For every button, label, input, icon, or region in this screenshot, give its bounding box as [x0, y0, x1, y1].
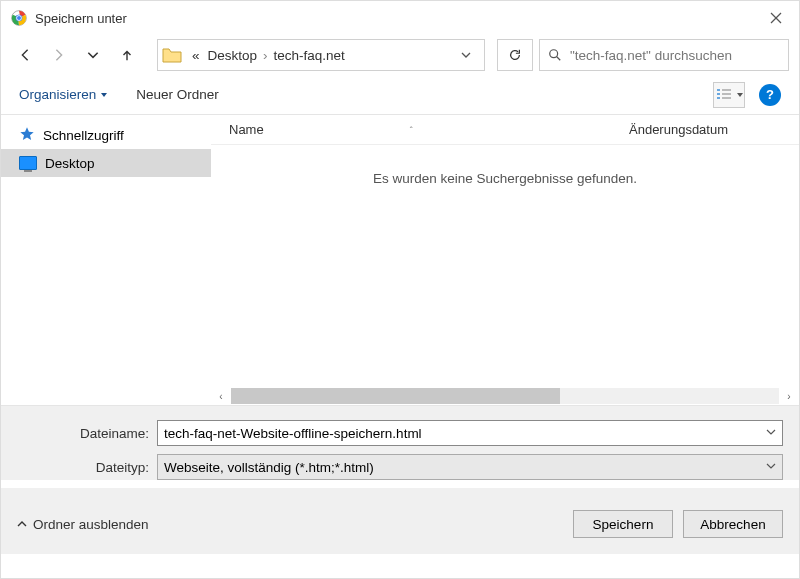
- hide-folders-button[interactable]: Ordner ausblenden: [17, 517, 149, 532]
- column-headers: Name ˆ Änderungsdatum: [211, 115, 799, 145]
- file-list-area: Name ˆ Änderungsdatum Es wurden keine Su…: [211, 115, 799, 405]
- svg-rect-10: [722, 89, 731, 91]
- filename-label: Dateiname:: [17, 426, 157, 441]
- scroll-thumb[interactable]: [231, 388, 560, 404]
- svg-point-7: [550, 50, 558, 58]
- chevron-down-icon: [100, 91, 108, 99]
- breadcrumb-folder[interactable]: tech-faq.net: [270, 48, 349, 63]
- scroll-track[interactable]: [231, 388, 779, 404]
- refresh-button[interactable]: [497, 39, 533, 71]
- form-area: Dateiname: tech-faq-net-Website-offline-…: [1, 405, 799, 480]
- breadcrumb-ellipsis[interactable]: «: [188, 48, 204, 63]
- chevron-down-icon: [736, 91, 744, 99]
- sort-indicator-icon: ˆ: [410, 125, 413, 135]
- toolbar: Organisieren Neuer Ordner ?: [1, 75, 799, 115]
- column-name[interactable]: Name ˆ: [229, 122, 629, 137]
- chevron-down-icon[interactable]: [766, 427, 776, 439]
- help-button[interactable]: ?: [759, 84, 781, 106]
- list-view-icon: [715, 88, 733, 102]
- filename-input[interactable]: tech-faq-net-Website-offline-speichern.h…: [157, 420, 783, 446]
- window-title: Speichern unter: [35, 11, 127, 26]
- view-options-button[interactable]: [713, 82, 745, 108]
- breadcrumb-sep-icon: ›: [261, 48, 270, 63]
- star-icon: [19, 126, 35, 145]
- sidebar-item-desktop[interactable]: Desktop: [1, 149, 211, 177]
- organize-menu[interactable]: Organisieren: [19, 87, 108, 102]
- search-input[interactable]: "tech-faq.net" durchsuchen: [539, 39, 789, 71]
- horizontal-scrollbar[interactable]: ‹ ›: [211, 387, 799, 405]
- address-bar[interactable]: « Desktop › tech-faq.net: [157, 39, 485, 71]
- title-bar: Speichern unter: [1, 1, 799, 35]
- chrome-icon: [11, 10, 27, 26]
- back-button[interactable]: [11, 41, 39, 69]
- scroll-left-icon[interactable]: ‹: [213, 388, 229, 404]
- chevron-up-icon: [17, 519, 27, 529]
- nav-row: « Desktop › tech-faq.net "tech-faq.net" …: [1, 35, 799, 75]
- svg-rect-11: [717, 93, 720, 95]
- column-date[interactable]: Änderungsdatum: [629, 122, 799, 137]
- filetype-label: Dateityp:: [17, 460, 157, 475]
- sidebar-label-desktop: Desktop: [45, 156, 95, 171]
- svg-rect-9: [717, 89, 720, 91]
- svg-rect-13: [717, 97, 720, 99]
- forward-button[interactable]: [45, 41, 73, 69]
- search-icon: [548, 48, 562, 62]
- svg-rect-14: [722, 97, 731, 99]
- body: Schnellzugriff Desktop Name ˆ Änderungsd…: [1, 115, 799, 405]
- sidebar: Schnellzugriff Desktop: [1, 115, 211, 405]
- address-dropdown[interactable]: [452, 49, 480, 61]
- svg-line-8: [557, 57, 561, 61]
- svg-rect-12: [722, 93, 731, 95]
- svg-point-4: [17, 16, 21, 20]
- recent-dropdown[interactable]: [79, 41, 107, 69]
- filetype-select[interactable]: Webseite, vollständig (*.htm;*.html): [157, 454, 783, 480]
- scroll-right-icon[interactable]: ›: [781, 388, 797, 404]
- up-button[interactable]: [113, 41, 141, 69]
- close-button[interactable]: [753, 1, 799, 35]
- desktop-icon: [19, 156, 37, 170]
- new-folder-button[interactable]: Neuer Ordner: [136, 87, 219, 102]
- save-button[interactable]: Speichern: [573, 510, 673, 538]
- folder-icon: [162, 46, 182, 64]
- cancel-button[interactable]: Abbrechen: [683, 510, 783, 538]
- bottom-row: Ordner ausblenden Speichern Abbrechen: [1, 488, 799, 554]
- sidebar-label-quick: Schnellzugriff: [43, 128, 124, 143]
- empty-message: Es wurden keine Suchergebnisse gefunden.: [211, 145, 799, 387]
- chevron-down-icon[interactable]: [766, 461, 776, 473]
- sidebar-item-quickaccess[interactable]: Schnellzugriff: [1, 121, 211, 149]
- breadcrumb-desktop[interactable]: Desktop: [204, 48, 262, 63]
- search-placeholder: "tech-faq.net" durchsuchen: [570, 48, 732, 63]
- close-icon: [770, 12, 782, 24]
